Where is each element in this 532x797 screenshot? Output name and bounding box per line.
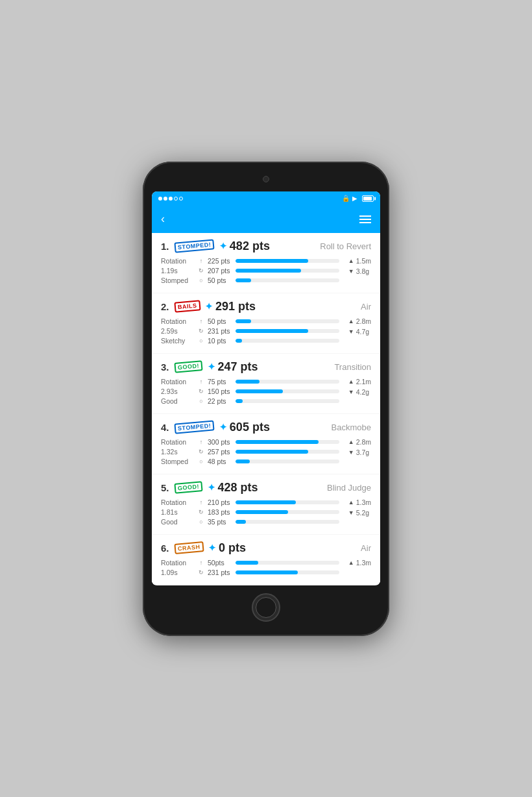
stat-icon: ○	[198, 458, 204, 465]
stat-label: Rotation	[161, 559, 195, 567]
stat-pts: 50 pts	[208, 317, 232, 325]
jump-item-2[interactable]: 2.BAILS✦ 291 ptsAirRotation↑50 pts2.59s↻…	[152, 293, 380, 353]
stat-bar-wrap	[236, 329, 339, 333]
stat-icon: ↑	[198, 318, 204, 325]
arrow-up-icon: ▲	[348, 378, 354, 385]
stat-bar	[236, 520, 246, 524]
stat-row-2: Stomped○48 pts	[161, 458, 339, 465]
stat-icon: ↻	[198, 328, 204, 334]
jump-item-6[interactable]: 6.CRASH✦ 0 ptsAirRotation↑50pts1.09s↻231…	[152, 535, 380, 585]
stat-label: Stomped	[161, 458, 195, 465]
stat-bar-wrap	[236, 389, 339, 393]
pts-icon: ✦	[219, 241, 227, 251]
stat-row-1: 1.81s↻183 pts	[161, 508, 339, 516]
stats-left: Rotation↑50 pts2.59s↻231 ptsSketchy○10 p…	[161, 317, 339, 347]
stat-label: 1.09s	[161, 569, 195, 576]
stat-bar	[236, 329, 308, 333]
stat-pts: 210 pts	[208, 498, 232, 506]
menu-line-1	[359, 215, 371, 217]
stat-pts: 231 pts	[208, 327, 232, 335]
jump-type: Blind Judge	[327, 483, 371, 493]
arrow-down-icon: ▼	[348, 389, 354, 395]
jump-item-1[interactable]: 1.STOMPED!✦ 482 ptsRoll to RevertRotatio…	[152, 233, 380, 293]
jump-pts: ✦ 605 pts	[219, 421, 270, 434]
jump-badge: STOMPED!	[174, 239, 215, 252]
stat-icon: ↑	[198, 559, 204, 566]
stat-bar	[236, 259, 308, 263]
stat-row-0: Rotation↑225 pts	[161, 257, 339, 265]
stat-bar	[236, 389, 283, 393]
stat-icon: ↑	[198, 258, 204, 264]
stat-pts: 75 pts	[208, 378, 232, 386]
phone-bottom	[152, 593, 380, 622]
stat-row-1: 2.93s↻150 pts	[161, 387, 339, 395]
menu-line-2	[359, 219, 371, 220]
stat-pts: 48 pts	[208, 458, 232, 465]
stats-right: ▲1.3m▼5.2g	[348, 498, 371, 517]
pts-icon: ✦	[208, 543, 216, 553]
pts-icon: ✦	[219, 422, 227, 432]
stat-right-value: 2.8m	[356, 317, 371, 325]
stat-pts: 207 pts	[208, 267, 232, 275]
menu-button[interactable]	[359, 215, 371, 223]
jump-item-5[interactable]: 5.GOOD!✦ 428 ptsBlind JudgeRotation↑210 …	[152, 474, 380, 534]
jump-type: Air	[361, 543, 371, 553]
stat-pts: 300 pts	[208, 438, 232, 446]
jump-pts: ✦ 0 pts	[208, 541, 246, 555]
stat-label: Rotation	[161, 438, 195, 446]
stat-pts: 22 pts	[208, 397, 232, 405]
stat-right-row-1: ▼3.7g	[348, 448, 371, 456]
battery-fill	[363, 197, 372, 201]
arrow-down-icon: ▼	[348, 509, 354, 516]
stat-bar-wrap	[236, 269, 339, 273]
stat-row-2: Good○35 pts	[161, 518, 339, 526]
jump-stats: Rotation↑75 pts2.93s↻150 ptsGood○22 pts▲…	[161, 378, 371, 407]
jump-stats: Rotation↑225 pts1.19s↻207 ptsStomped○50 …	[161, 257, 371, 286]
stat-label: Rotation	[161, 257, 195, 265]
jump-header-left: 2.BAILS✦ 291 pts	[161, 300, 256, 313]
stat-right-value: 4.2g	[356, 388, 369, 396]
stat-bar-wrap	[236, 500, 339, 504]
jump-item-3[interactable]: 3.GOOD!✦ 247 ptsTransitionRotation↑75 pt…	[152, 354, 380, 413]
stat-right-value: 1.3m	[356, 559, 371, 567]
stat-label: 2.59s	[161, 327, 195, 335]
stat-label: Good	[161, 397, 195, 405]
jump-number: 4.	[161, 422, 169, 433]
stat-bar-wrap	[236, 259, 339, 263]
home-button-inner	[256, 597, 276, 618]
jump-item-4[interactable]: 4.STOMPED!✦ 605 ptsBackmobeRotation↑300 …	[152, 414, 380, 474]
jump-stats: Rotation↑50pts1.09s↻231 pts▲1.3m	[161, 559, 371, 578]
arrow-down-icon: ▼	[348, 328, 354, 335]
arrow-down-icon: ▼	[348, 268, 354, 275]
stat-right-value: 4.7g	[356, 328, 369, 336]
jump-stats: Rotation↑300 pts1.32s↻257 ptsStomped○48 …	[161, 438, 371, 467]
jump-pts: ✦ 247 pts	[208, 360, 258, 374]
stat-pts: 231 pts	[208, 569, 232, 576]
home-button[interactable]	[252, 593, 280, 622]
stat-bar	[236, 500, 296, 504]
stat-pts: 10 pts	[208, 337, 232, 345]
stat-bar	[236, 510, 288, 514]
jump-header-5: 5.GOOD!✦ 428 ptsBlind Judge	[161, 481, 371, 495]
location-icon: ▶	[352, 195, 357, 202]
stat-row-1: 1.09s↻231 pts	[161, 569, 339, 576]
stat-bar-wrap	[236, 440, 339, 444]
stat-right-value: 3.7g	[356, 448, 369, 456]
stat-bar	[236, 440, 319, 444]
jump-header-3: 3.GOOD!✦ 247 ptsTransition	[161, 360, 371, 374]
stat-row-1: 2.59s↻231 pts	[161, 327, 339, 335]
stat-bar	[236, 450, 308, 454]
stat-bar-wrap	[236, 380, 339, 384]
stat-row-0: Rotation↑300 pts	[161, 438, 339, 446]
stat-row-0: Rotation↑75 pts	[161, 378, 339, 386]
back-button[interactable]: ‹	[161, 212, 165, 226]
stat-right-row-1: ▼4.2g	[348, 388, 371, 396]
stats-left: Rotation↑225 pts1.19s↻207 ptsStomped○50 …	[161, 257, 339, 286]
jump-badge: BAILS	[174, 300, 200, 312]
stat-row-0: Rotation↑50pts	[161, 559, 339, 567]
arrow-up-icon: ▲	[348, 439, 354, 445]
stat-right-row-1: ▼5.2g	[348, 509, 371, 517]
jump-stats: Rotation↑50 pts2.59s↻231 ptsSketchy○10 p…	[161, 317, 371, 347]
jump-header-left: 3.GOOD!✦ 247 pts	[161, 360, 258, 374]
stat-right-value: 3.8g	[356, 267, 369, 275]
